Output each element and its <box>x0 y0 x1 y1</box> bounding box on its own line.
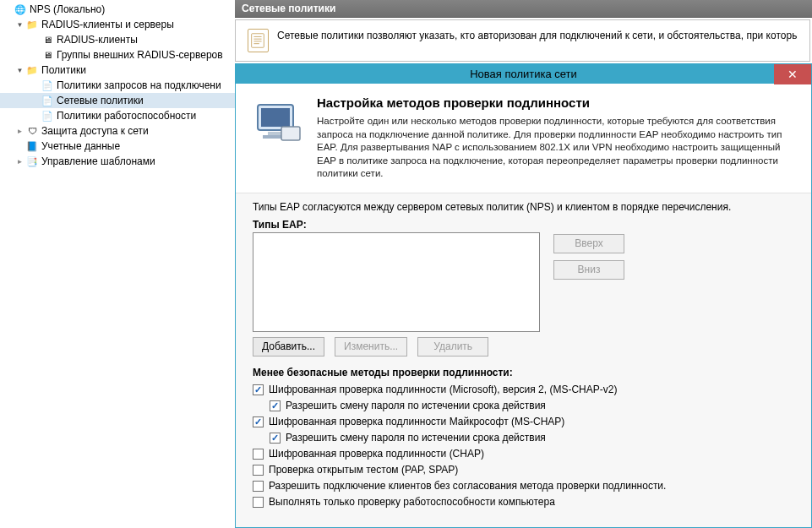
toggle-icon[interactable] <box>15 66 25 75</box>
wizard-dialog: Новая политика сети ✕ Настройка методов … <box>235 63 812 528</box>
tree-label: Сетевые политики <box>57 95 144 106</box>
info-text: Сетевые политики позволяют указать, кто … <box>277 29 798 43</box>
edit-button[interactable]: Изменить... <box>335 337 407 357</box>
tree-conn-req-policies[interactable]: 📄 Политики запросов на подключени <box>0 78 235 93</box>
checkbox-mschap-v2-password[interactable]: Разрешить смену пароля по истечении срок… <box>253 398 794 414</box>
checkbox-icon[interactable] <box>253 384 264 395</box>
tree-nap[interactable]: 🛡 Защита доступа к сети <box>0 123 235 139</box>
content-header: Сетевые политики <box>235 0 812 18</box>
delete-button[interactable]: Удалить <box>417 337 488 357</box>
checkbox-icon[interactable] <box>253 416 264 427</box>
wizard-heading: Настройка методов проверки подлинности <box>317 95 796 110</box>
checkbox-label: Шифрованная проверка подлинности (Micros… <box>269 384 617 395</box>
checkbox-mschap-v2[interactable]: Шифрованная проверка подлинности (Micros… <box>253 382 794 398</box>
tree-label: Политики <box>41 64 86 76</box>
book-icon: 📘 <box>25 139 39 153</box>
checkbox-label: Шифрованная проверка подлинности (CHAP) <box>269 448 484 460</box>
policy-icon: 📄 <box>41 79 54 92</box>
checkbox-label: Проверка открытым тестом (PAP, SPAP) <box>269 464 458 476</box>
tree-label: Защита доступа к сети <box>41 125 149 137</box>
tree-label: Управление шаблонами <box>41 155 155 167</box>
tree-label: Группы внешних RADIUS-серверов <box>57 49 223 61</box>
tree-label: NPS (Локально) <box>30 3 105 15</box>
checkbox-icon[interactable] <box>270 400 281 411</box>
folder-icon: 📁 <box>25 63 39 77</box>
checkbox-label: Выполнять только проверку работоспособно… <box>269 496 555 508</box>
checkbox-chap[interactable]: Шифрованная проверка подлинности (CHAP) <box>253 446 794 462</box>
tree-radius-clients[interactable]: 🖥 RADIUS-клиенты <box>0 32 235 47</box>
checkbox-icon[interactable] <box>270 433 281 444</box>
server-icon: 🖥 <box>41 33 54 46</box>
tree-label: Политики запросов на подключени <box>57 79 221 91</box>
checkbox-mschap-password[interactable]: Разрешить смену пароля по истечении срок… <box>253 430 794 446</box>
checkbox-icon[interactable] <box>253 497 264 508</box>
tree-label: Политики работоспособности <box>57 110 196 122</box>
tree-accounting[interactable]: 📘 Учетные данные <box>0 139 235 154</box>
wizard-title-text: Новая политика сети <box>470 68 577 80</box>
eap-note: Типы EAP согласуются между сервером сете… <box>253 200 794 214</box>
checkbox-label: Разрешить смену пароля по истечении срок… <box>286 432 546 444</box>
wizard-description: Настройте один или несколько методов про… <box>317 115 796 181</box>
tree-label: Учетные данные <box>41 140 120 152</box>
checkbox-icon[interactable] <box>253 481 264 492</box>
header-title: Сетевые политики <box>242 3 335 14</box>
shield-icon: 🛡 <box>25 124 39 138</box>
add-button[interactable]: Добавить... <box>253 337 324 357</box>
template-icon: 📑 <box>25 155 39 168</box>
close-button[interactable]: ✕ <box>774 64 811 84</box>
move-down-button[interactable]: Вниз <box>553 260 624 280</box>
checkbox-icon[interactable] <box>253 465 264 476</box>
wizard-header: Настройка методов проверки подлинности Н… <box>236 84 811 193</box>
tree-root[interactable]: 🌐 NPS (Локально) <box>0 2 235 17</box>
tree-label: RADIUS-клиенты и серверы <box>41 19 174 30</box>
servers-icon: 🖥 <box>41 48 54 62</box>
tree-ext-radius[interactable]: 🖥 Группы внешних RADIUS-серверов <box>0 47 235 63</box>
nav-tree: 🌐 NPS (Локально) 📁 RADIUS-клиенты и серв… <box>0 0 235 528</box>
folder-icon: 📁 <box>25 18 39 31</box>
checkbox-mschap[interactable]: Шифрованная проверка подлинности Майкрос… <box>253 414 794 430</box>
wizard-body: Типы EAP согласуются между сервером сете… <box>236 193 811 527</box>
tree-radius-group[interactable]: 📁 RADIUS-клиенты и серверы <box>0 17 235 32</box>
tree-health-policies[interactable]: 📄 Политики работоспособности <box>0 108 235 123</box>
svg-rect-0 <box>252 34 264 48</box>
toggle-icon[interactable] <box>15 20 25 30</box>
toggle-icon[interactable] <box>15 157 25 166</box>
tree-network-policies[interactable]: 📄 Сетевые политики <box>0 93 235 108</box>
policy-icon: 📄 <box>41 94 54 107</box>
info-strip: Сетевые политики позволяют указать, кто … <box>235 19 810 62</box>
globe-icon: 🌐 <box>14 3 27 16</box>
checkbox-allow-no-auth[interactable]: Разрешить подключение клиентов без согла… <box>253 478 794 494</box>
checkbox-label: Разрешить смену пароля по истечении срок… <box>286 400 546 411</box>
checkbox-pap-spap[interactable]: Проверка открытым тестом (PAP, SPAP) <box>253 462 794 478</box>
move-up-button[interactable]: Вверх <box>553 234 624 253</box>
checkbox-label: Разрешить подключение клиентов без согла… <box>269 480 666 492</box>
checkbox-label: Шифрованная проверка подлинности Майкрос… <box>269 416 564 427</box>
tree-templates[interactable]: 📑 Управление шаблонами <box>0 154 235 169</box>
checkbox-icon[interactable] <box>253 449 264 460</box>
eap-types-listbox[interactable] <box>253 232 540 332</box>
checkbox-health-only[interactable]: Выполнять только проверку работоспособно… <box>253 494 794 510</box>
note-icon <box>248 29 269 52</box>
less-secure-label: Менее безопасные методы проверки подлинн… <box>253 367 794 378</box>
wizard-titlebar: Новая политика сети ✕ <box>236 64 811 84</box>
toggle-icon[interactable] <box>15 127 25 136</box>
tree-policies[interactable]: 📁 Политики <box>0 63 235 78</box>
svg-rect-9 <box>281 127 300 140</box>
policy-icon: 📄 <box>41 109 54 122</box>
tree-label: RADIUS-клиенты <box>57 34 138 46</box>
monitor-icon <box>251 95 305 155</box>
eap-types-label: Типы EAP: <box>253 219 794 231</box>
svg-rect-6 <box>261 108 290 127</box>
